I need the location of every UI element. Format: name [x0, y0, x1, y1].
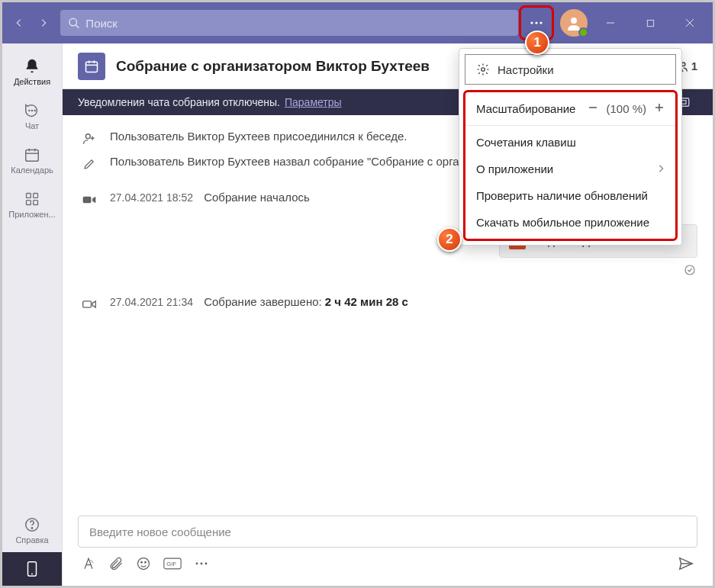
rail-label: Действия	[14, 77, 50, 86]
attach-button[interactable]	[108, 556, 124, 574]
send-button[interactable]	[678, 555, 694, 575]
person-add-icon	[81, 130, 98, 147]
app-window: 1 2	[0, 0, 715, 588]
svg-rect-18	[34, 194, 38, 198]
close-button[interactable]	[673, 6, 707, 40]
format-button[interactable]	[81, 556, 96, 574]
message-status	[78, 264, 697, 279]
notification-text: Уведомления чата собрания отключены.	[78, 96, 280, 108]
apps-icon	[24, 190, 40, 208]
left-rail: Действия Чат Календарь Приложен... Спра	[2, 43, 62, 586]
svg-point-4	[539, 21, 542, 24]
event-label: Собрание завершено:	[204, 295, 322, 308]
titlebar	[2, 2, 713, 43]
compose-toolbar: GIF	[78, 548, 697, 575]
menu-zoom: Масштабирование (100 %)	[465, 95, 675, 122]
callout-badge-1: 1	[525, 31, 549, 55]
svg-point-0	[69, 18, 77, 26]
menu-download-mobile[interactable]: Скачать мобильное приложение	[465, 209, 675, 236]
settings-dropdown: Настройки Масштабирование (100 %) Сочета…	[459, 48, 682, 246]
menu-about[interactable]: О приложении	[465, 156, 675, 182]
svg-point-40	[138, 558, 150, 570]
compose-input[interactable]: Введите новое сообщение	[78, 516, 697, 548]
rail-label: Календарь	[11, 165, 53, 175]
rail-label: Справка	[15, 535, 48, 545]
menu-body-highlight: Масштабирование (100 %) Сочетания клавиш…	[463, 90, 678, 241]
zoom-value: (100 %)	[606, 102, 646, 115]
svg-rect-17	[27, 194, 31, 198]
menu-settings[interactable]: Настройки	[465, 54, 676, 85]
participants-count: 1	[691, 59, 697, 72]
rail-help[interactable]: Справка	[2, 508, 62, 552]
bell-icon	[24, 57, 40, 76]
system-event-ended: 27.04.2021 21:34 Собрание завершено: 2 ч…	[78, 291, 697, 316]
gear-icon	[476, 63, 490, 76]
ellipsis-icon	[529, 15, 544, 31]
zoom-in-button[interactable]	[654, 102, 665, 115]
svg-text:GIF: GIF	[166, 561, 176, 567]
minimize-button[interactable]	[594, 6, 627, 40]
video-icon	[81, 191, 98, 208]
event-timestamp: 27.04.2021 18:52	[110, 191, 193, 204]
event-body: 27.04.2021 21:34 Собрание завершено: 2 ч…	[110, 295, 408, 308]
menu-separator	[465, 125, 675, 126]
help-icon	[24, 516, 40, 534]
rail-activity[interactable]: Действия	[2, 50, 62, 94]
gif-button[interactable]: GIF	[163, 557, 182, 574]
more-compose-button[interactable]	[194, 556, 209, 574]
rail-apps[interactable]: Приложен...	[2, 182, 62, 227]
event-text: Пользователь Виктор Бухтеев присоединилс…	[110, 130, 407, 143]
svg-rect-19	[27, 201, 31, 205]
menu-check-updates[interactable]: Проверить наличие обновлений	[465, 182, 675, 209]
search-box[interactable]	[60, 10, 518, 36]
compose-placeholder: Введите новое сообщение	[89, 525, 231, 538]
meeting-icon	[78, 53, 105, 80]
rail-mobile-button[interactable]	[2, 552, 62, 586]
svg-rect-13	[26, 150, 39, 162]
emoji-button[interactable]	[136, 556, 151, 574]
notification-settings-link[interactable]: Параметры	[285, 96, 342, 108]
nav-back-button[interactable]	[8, 12, 30, 34]
svg-rect-7	[647, 20, 653, 26]
menu-shortcuts[interactable]: Сочетания клавиш	[465, 129, 675, 156]
nav-forward-button[interactable]	[33, 12, 54, 34]
svg-point-47	[205, 563, 208, 565]
svg-point-5	[571, 18, 577, 24]
search-input[interactable]	[85, 17, 510, 30]
svg-rect-20	[34, 201, 38, 205]
svg-rect-36	[83, 197, 92, 203]
event-duration: 2 ч 42 мин 28 с	[325, 295, 408, 308]
presence-indicator	[578, 27, 588, 37]
svg-point-49	[481, 68, 485, 72]
rail-label: Чат	[25, 121, 39, 130]
svg-point-46	[201, 563, 203, 565]
svg-rect-39	[83, 301, 92, 307]
svg-point-41	[141, 562, 143, 564]
seen-icon	[684, 264, 696, 276]
zoom-out-button[interactable]	[588, 102, 598, 115]
video-end-icon	[81, 296, 98, 313]
callout-badge-2: 2	[437, 227, 462, 252]
svg-point-22	[31, 528, 32, 529]
svg-point-12	[34, 110, 35, 111]
svg-point-45	[196, 563, 198, 565]
chevron-right-icon	[657, 162, 665, 175]
svg-point-38	[685, 265, 694, 275]
svg-point-42	[145, 562, 147, 564]
rail-calendar[interactable]: Календарь	[2, 138, 62, 182]
menu-label: Сочетания клавиш	[476, 136, 576, 149]
user-avatar[interactable]	[560, 9, 588, 37]
rail-chat[interactable]: Чат	[2, 94, 62, 138]
zoom-label: Масштабирование	[476, 102, 580, 115]
event-body: 27.04.2021 18:52 Собрание началось	[110, 191, 310, 204]
svg-point-2	[530, 21, 533, 24]
event-timestamp: 27.04.2021 21:34	[110, 296, 193, 308]
menu-label: Настройки	[498, 63, 554, 76]
maximize-button[interactable]	[633, 6, 667, 40]
svg-point-3	[535, 21, 537, 24]
svg-point-33	[85, 134, 90, 139]
svg-rect-25	[86, 62, 98, 72]
menu-label: Скачать мобильное приложение	[476, 216, 649, 229]
rail-label: Приложен...	[8, 210, 55, 219]
search-icon	[68, 17, 79, 29]
